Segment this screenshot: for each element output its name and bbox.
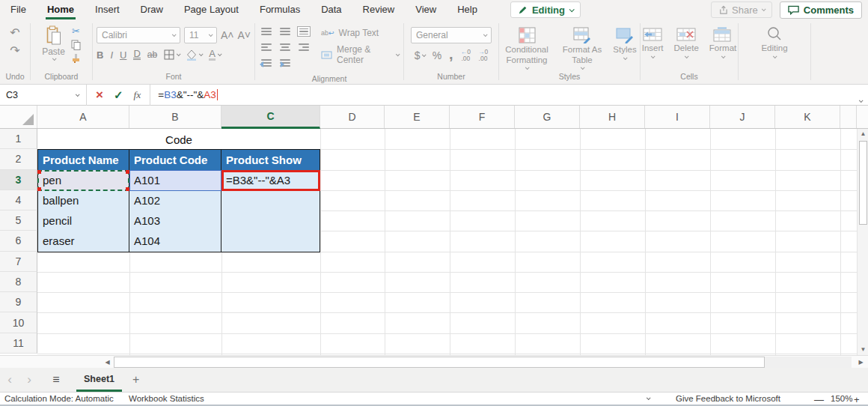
feedback-link[interactable]: Give Feedback to Microsoft <box>676 394 780 403</box>
row-header-6[interactable]: 6 <box>0 231 37 251</box>
row-header-11[interactable]: 11 <box>0 333 37 354</box>
vertical-scroll-thumb[interactable] <box>859 141 867 225</box>
increase-decimal-button[interactable]: ←0.00 <box>461 49 471 61</box>
cell-B3[interactable]: A101 <box>129 170 221 191</box>
double-underline-button[interactable]: D <box>133 49 140 61</box>
row-header-5[interactable]: 5 <box>0 210 37 231</box>
name-box[interactable]: C3 <box>0 85 87 106</box>
number-format-select[interactable]: General <box>411 27 492 43</box>
cell-C5[interactable] <box>221 210 320 231</box>
tab-file[interactable]: File <box>0 0 37 19</box>
column-header-J[interactable]: J <box>710 106 775 128</box>
column-header-C[interactable]: C <box>221 106 320 129</box>
horizontal-scroll-thumb[interactable] <box>114 357 765 368</box>
italic-button[interactable]: I <box>110 49 113 61</box>
tab-review[interactable]: Review <box>352 0 406 19</box>
column-header-F[interactable]: F <box>450 106 515 128</box>
row-header-4[interactable]: 4 <box>0 190 37 210</box>
row-header-3[interactable]: 3 <box>0 170 37 190</box>
comments-button[interactable]: Comments <box>780 1 862 19</box>
add-sheet-icon[interactable]: + <box>132 373 139 387</box>
enter-check-icon[interactable]: ✓ <box>114 89 123 100</box>
next-sheet-icon[interactable]: › <box>19 372 39 387</box>
scroll-left-icon[interactable]: ◀ <box>102 357 113 368</box>
row-header-7[interactable]: 7 <box>0 252 37 272</box>
cell-A1-merged-title[interactable]: Code <box>37 129 320 150</box>
column-header-B[interactable]: B <box>129 106 221 128</box>
cell-C3[interactable]: =B3&"--"&A3 <box>221 170 320 191</box>
column-header-E[interactable]: E <box>385 106 450 128</box>
underline-button[interactable]: U <box>120 49 126 61</box>
decrease-decimal-button[interactable]: →0.00 <box>478 49 488 61</box>
zoom-level[interactable]: 150% <box>831 394 852 403</box>
format-as-table-button[interactable]: Format As Table <box>558 25 606 70</box>
cell-styles-button[interactable]: Styles <box>609 25 641 70</box>
align-bottom-button[interactable] <box>297 26 311 37</box>
strikethrough-button[interactable]: ab <box>147 49 157 60</box>
borders-button[interactable] <box>164 49 180 60</box>
scroll-up-icon[interactable]: ▲ <box>858 129 868 139</box>
cell-A6[interactable]: eraser <box>37 231 129 252</box>
cancel-icon[interactable]: × <box>96 88 103 101</box>
redo-icon[interactable]: ↷ <box>10 45 19 57</box>
font-color-button[interactable]: A <box>209 49 221 61</box>
insert-cells-button[interactable]: Insert <box>638 25 667 58</box>
sheet-tab-sheet1[interactable]: Sheet1 <box>76 368 122 392</box>
horizontal-scroll-track[interactable] <box>114 357 852 368</box>
column-header-G[interactable]: G <box>515 106 580 128</box>
row-header-1[interactable]: 1 <box>0 129 37 149</box>
tab-home[interactable]: Home <box>37 0 85 19</box>
percent-format-button[interactable]: % <box>433 49 441 61</box>
bold-button[interactable]: B <box>97 49 103 61</box>
cell-A3[interactable]: pen <box>37 170 129 191</box>
increase-indent-button[interactable] <box>278 58 292 68</box>
delete-cells-button[interactable]: Delete <box>670 25 703 58</box>
prev-sheet-icon[interactable]: ‹ <box>0 372 19 387</box>
tab-page-layout[interactable]: Page Layout <box>174 0 249 19</box>
zoom-in-button[interactable]: + <box>854 394 860 405</box>
row-header-10[interactable]: 10 <box>0 312 37 333</box>
decrease-indent-button[interactable] <box>260 58 273 68</box>
currency-format-button[interactable]: $ <box>415 49 425 61</box>
formula-input[interactable]: =B3&"--"&A3 <box>150 89 218 100</box>
comma-format-button[interactable]: , <box>449 51 453 57</box>
tab-data[interactable]: Data <box>311 0 352 19</box>
font-name-select[interactable]: Calibri <box>97 27 180 43</box>
tab-draw[interactable]: Draw <box>130 0 174 19</box>
merge-center-button[interactable]: Merge & Center <box>321 44 399 65</box>
calculation-mode-status[interactable]: Calculation Mode: Automatic <box>4 394 114 403</box>
cell-A5[interactable]: pencil <box>37 210 129 231</box>
column-header-A[interactable]: A <box>37 106 129 128</box>
expand-formula-bar-button[interactable] <box>859 92 862 106</box>
insert-function-icon[interactable]: fx <box>134 89 141 101</box>
vertical-scrollbar[interactable]: ▲ ▼ <box>857 129 868 355</box>
cell-B5[interactable]: A103 <box>129 210 221 231</box>
align-middle-button[interactable] <box>278 26 292 37</box>
spreadsheet-grid[interactable]: Code Product Name Product Code Product S… <box>0 106 868 368</box>
align-top-button[interactable] <box>260 26 273 37</box>
horizontal-scrollbar[interactable]: ◀ ▶ <box>0 355 868 368</box>
cut-icon[interactable]: ✂ <box>72 25 80 37</box>
tab-formulas[interactable]: Formulas <box>249 0 311 19</box>
tab-help[interactable]: Help <box>447 0 488 19</box>
copy-icon[interactable] <box>71 40 81 50</box>
increase-font-size-button[interactable]: A˄ <box>221 29 234 41</box>
editing-mode-button[interactable]: Editing <box>510 1 581 18</box>
format-painter-icon[interactable] <box>71 53 81 63</box>
column-header-K[interactable]: K <box>775 106 840 128</box>
row-header-8[interactable]: 8 <box>0 272 37 292</box>
conditional-formatting-button[interactable]: Conditional Formatting <box>498 25 555 70</box>
font-size-select[interactable]: 11 <box>184 27 217 43</box>
tab-insert[interactable]: Insert <box>85 0 130 19</box>
cell-C2[interactable]: Product Show <box>221 149 320 170</box>
scroll-down-icon[interactable]: ▼ <box>858 345 868 355</box>
cell-B2[interactable]: Product Code <box>129 149 221 170</box>
scroll-right-icon[interactable]: ▶ <box>855 357 867 368</box>
column-header-D[interactable]: D <box>320 106 385 128</box>
cell-B6[interactable]: A104 <box>129 231 221 252</box>
align-right-button[interactable] <box>297 42 311 52</box>
select-all-button[interactable] <box>0 106 37 128</box>
wrap-text-button[interactable]: ab↩ Wrap Text <box>321 28 399 38</box>
row-header-9[interactable]: 9 <box>0 292 37 312</box>
editing-menu-button[interactable]: Editing <box>757 24 791 58</box>
